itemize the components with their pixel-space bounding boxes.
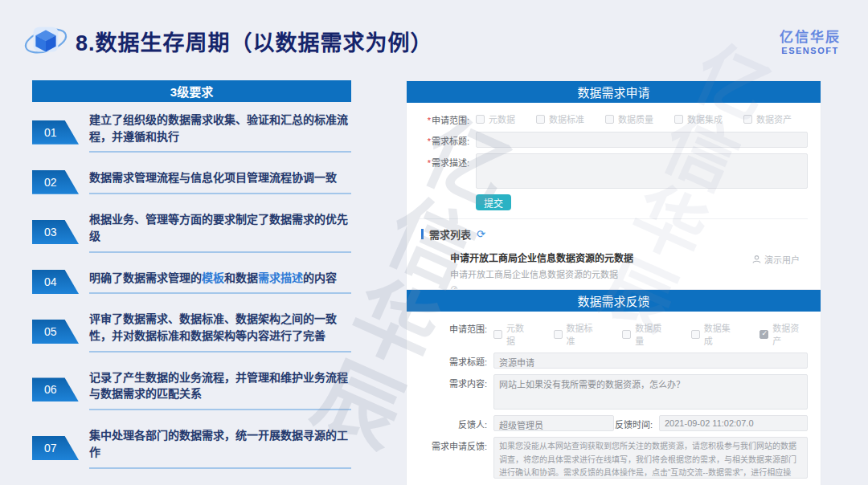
checkbox-data-asset[interactable]: 数据资产 [743,112,792,125]
item-text-part: 和数据 [224,271,258,284]
item-text: 评审了数据需求、数据标准、数据架构之间的一致性，并对数据标准和数据架构等内容进行… [89,311,351,352]
brand-subtitle: ESENSOFT [780,46,841,55]
item-text: 明确了数据需求管理的模板和数据需求描述的内容 [89,270,351,295]
reply-label: 需求申请反馈: [420,437,487,452]
requirement-item-07: 07 集中处理各部门的数据需求，统一开展数据寻源的工作 [32,427,351,468]
request-list-title: 需求列表 [429,226,471,242]
item-text: 根据业务、管理等方面的要求制定了数据需求的优先级 [89,211,351,252]
scope-label: 申请范围: [420,320,487,335]
brand-logo: 亿信华辰 ESENSOFT [780,26,841,55]
scope-checkbox-group: 元数据 数据标准 数据质量 数据集成 数据资产 [493,320,808,347]
item-number-badge: 04 [32,270,79,294]
user-icon [752,255,761,264]
checkbox-label: 数据质量 [618,112,653,125]
checkbox-icon[interactable] [493,330,502,339]
requirement-item-04: 04 明确了数据需求管理的模板和数据需求描述的内容 [32,270,351,295]
slide-header: 8.数据生存周期（以数据需求为例） 亿信华辰 ESENSOFT [23,18,844,64]
checkbox-icon[interactable] [605,115,614,124]
checkbox-label: 数据质量 [635,321,670,347]
feedback-person-label: 反馈人: [420,415,487,430]
title-label-text: 需求标题: [432,137,469,146]
checkbox-label: 数据资产 [756,112,792,125]
item-number-badge: 01 [32,120,79,145]
item-number-badge: 05 [32,320,79,344]
checkbox-label: 数据标准 [549,112,584,125]
checkbox-label: 数据集成 [687,112,723,125]
title-input[interactable] [476,132,808,148]
item-number-badge: 06 [32,377,79,401]
brand-name: 亿信华辰 [780,26,841,46]
requirement-item-02: 02 数据需求管理流程与信息化项目管理流程协调一致 [32,169,351,194]
title-input[interactable]: 资源申请 [493,353,808,369]
checkbox-data-standard[interactable]: 数据标准 [554,321,602,347]
section-accent-bar [421,229,424,239]
requirements-header: 3级要求 [32,80,351,102]
item-number-badge: 03 [32,220,79,244]
screens-panel: 数据需求申请 *申请范围: 元数据 数据标准 数据质量 数据集成 数据资产 *需… [406,80,821,474]
checkbox-icon[interactable] [554,330,563,339]
checkbox-icon[interactable] [622,330,631,339]
scope-label: *申请范围: [420,111,469,126]
checkbox-data-integration[interactable]: 数据集成 [674,112,723,125]
checkbox-label: 数据集成 [704,321,739,347]
desc-label-text: 需求描述: [432,158,469,168]
checkbox-icon[interactable] [743,115,752,124]
reply-textarea[interactable]: 如果您没能从本网站查询获取到您所关注的数据资源，请您积极参与我们网站的数据调查，… [493,437,808,479]
content-label: 需求内容: [420,374,487,389]
desc-textarea[interactable] [476,153,808,189]
item-text-highlight: 模板 [202,271,224,284]
feedback-person-input[interactable]: 超级管理员 [493,415,614,431]
item-text-highlight: 需求描述 [258,271,303,284]
requirement-item-03: 03 根据业务、管理等方面的要求制定了数据需求的优先级 [32,211,351,252]
submit-button[interactable]: 提交 [476,194,511,210]
feedback-form-title: 数据需求反馈 [407,290,821,312]
checkbox-icon[interactable] [536,115,545,124]
checkbox-data-asset-checked[interactable]: 数据资产 [760,321,808,347]
item-text: 数据需求管理流程与信息化项目管理流程协调一致 [89,169,351,194]
required-asterisk: * [428,158,431,168]
requirement-item-05: 05 评审了数据需求、数据标准、数据架构之间的一致性，并对数据标准和数据架构等内… [32,311,351,352]
checkbox-data-integration[interactable]: 数据集成 [691,321,739,347]
item-text: 记录了产生数据的业务流程，并管理和维护业务流程与数据需求的匹配关系 [89,369,351,410]
page-title: 8.数据生存周期（以数据需求为例） [76,26,433,57]
required-asterisk: * [428,137,431,146]
checkbox-label: 元数据 [506,321,533,347]
checkbox-label: 元数据 [489,112,515,125]
checkbox-data-standard[interactable]: 数据标准 [536,112,584,125]
checkbox-data-quality[interactable]: 数据质量 [605,112,653,125]
requirement-item-01: 01 建立了组织级的数据需求收集、验证和汇总的标准流程，并遵循和执行 [32,112,351,153]
item-text-part: 明确了数据需求管理的 [89,271,202,284]
checkbox-icon[interactable] [691,330,700,339]
request-item-title: 申请开放工商局企业信息数据资源的元数据 [450,251,800,264]
item-number-badge: 02 [32,170,79,194]
feedback-time-input[interactable]: 2021-09-02 11:02:07.0 [659,415,808,431]
checkbox-label: 数据标准 [567,321,602,347]
checkbox-label: 数据资产 [772,321,808,347]
request-item-subtitle: 申请开放工商局企业信息数据资源的元数据 [450,267,800,280]
request-item-user: 演示用户 [752,253,800,266]
item-text-part: 的内容 [303,271,337,284]
feedback-time-label: 反馈时间: [614,415,653,430]
content-textarea[interactable]: 网站上如果没有我所需要的数据资源，怎么办？ [493,374,808,410]
item-text: 集中处理各部门的数据需求，统一开展数据寻源的工作 [89,427,351,468]
refresh-icon[interactable]: ⟳ [477,229,485,239]
checkbox-data-quality[interactable]: 数据质量 [622,321,670,347]
title-label: 需求标题: [420,353,487,368]
checkbox-icon[interactable] [674,115,683,124]
apply-form-card: 数据需求申请 *申请范围: 元数据 数据标准 数据质量 数据集成 数据资产 *需… [406,80,821,306]
requirements-panel: 3级要求 01 建立了组织级的数据需求收集、验证和汇总的标准流程，并遵循和执行 … [32,80,351,485]
checkbox-metadata[interactable]: 元数据 [476,112,515,125]
title-label: *需求标题: [420,132,469,147]
user-name: 演示用户 [764,253,800,266]
checkbox-checked-icon[interactable] [760,330,768,339]
checkbox-icon[interactable] [476,115,485,124]
apply-form-title: 数据需求申请 [407,81,821,103]
checkbox-metadata[interactable]: 元数据 [493,321,533,347]
cube-orbit-logo-icon [23,19,69,63]
requirement-item-06: 06 记录了产生数据的业务流程，并管理和维护业务流程与数据需求的匹配关系 [32,369,351,410]
item-number-badge: 07 [32,436,79,460]
required-asterisk: * [428,116,431,125]
slide: 亿信华辰 亿信华辰 8.数据生存周期（以数据需求为例） 亿信华辰 ESENSOF… [0,0,868,485]
item-text: 建立了组织级的数据需求收集、验证和汇总的标准流程，并遵循和执行 [89,112,351,153]
scope-checkbox-group: 元数据 数据标准 数据质量 数据集成 数据资产 [476,111,792,125]
